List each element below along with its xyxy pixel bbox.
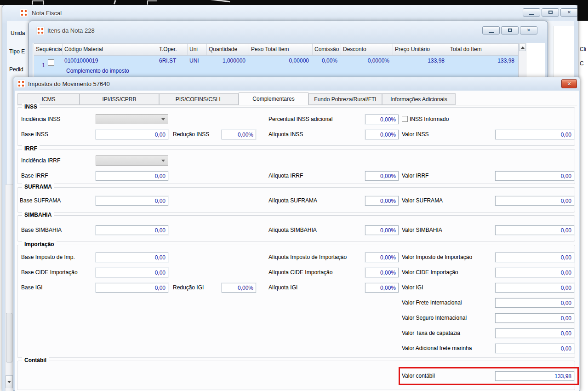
importacao-legend: Importação — [22, 241, 57, 247]
aliquota-suframa-field[interactable]: 0,00% — [365, 196, 399, 206]
column-header[interactable]: Desconto — [341, 44, 393, 55]
descricao-cell: Complemento do imposto — [66, 68, 129, 74]
table-row[interactable]: 1 01001000019 6RI.ST UNI 1,000000 0,0000… — [34, 56, 518, 77]
suframa-legend: SUFRAMA — [22, 184, 54, 190]
valor-simbahia-label: Valor SIMBAHIA — [402, 227, 442, 233]
uni-cell: UNI — [188, 56, 207, 77]
tab-informacoes-adicionais[interactable]: Informações Adicionais — [382, 93, 456, 105]
tab-ipi-iss-cprb[interactable]: IPI/ISS/CPRB — [80, 93, 159, 105]
percentual-inss-field[interactable]: 0,00% — [365, 115, 399, 124]
valor-inss-field[interactable]: 0,00 — [495, 130, 574, 139]
aliquota-inss-label: Alíquota INSS — [268, 131, 303, 138]
scrollbar-thumb[interactable] — [6, 313, 12, 362]
aliquota-ii-field[interactable]: 0,00% — [365, 253, 399, 262]
close-button[interactable]: ✕ — [560, 8, 578, 17]
base-simbahia-label: Base SIMBAHIA — [21, 227, 62, 233]
tab-complementares[interactable]: Complementares — [239, 92, 308, 105]
close-button[interactable]: ✕ — [561, 79, 577, 88]
valor-inss-label: Valor INSS — [402, 131, 428, 138]
comissao-cell: 0,00% — [313, 56, 341, 77]
tab-pis-cofins-csll[interactable]: PIS/COFINS/CSLL — [159, 93, 239, 105]
tab-fundo-pobreza[interactable]: Fundo Pobreza/Rural/FTI — [308, 93, 382, 105]
sequencia-value: 1 — [36, 62, 45, 69]
column-header[interactable]: Comissão — [313, 44, 341, 55]
aliquota-simbahia-field[interactable]: 0,00% — [365, 225, 399, 235]
column-header[interactable]: T.Oper. — [157, 44, 188, 55]
valor-irrf-field[interactable]: 0,00 — [495, 171, 574, 181]
itens-table-header: Sequência Código Material T.Oper. Uni Qu… — [34, 44, 518, 56]
valor-simbahia-field[interactable]: 0,00 — [495, 225, 574, 235]
scroll-up-button[interactable] — [519, 44, 526, 51]
background-toolbar-fragment — [198, 0, 230, 5]
impostos-title: Impostos do Movimento 57640 — [28, 80, 110, 87]
minimize-icon — [529, 14, 534, 15]
vertical-scrollbar[interactable] — [5, 184, 13, 391]
aliquota-cide-field[interactable]: 0,00% — [365, 268, 399, 277]
column-header[interactable]: Uni — [188, 44, 207, 55]
valor-ii-field[interactable]: 0,00 — [495, 253, 574, 262]
background-label-fragment: C — [580, 60, 584, 67]
impostos-titlebar[interactable]: Impostos do Movimento 57640 ✕ — [13, 77, 580, 91]
minimize-button[interactable] — [523, 8, 540, 17]
close-button[interactable]: ✕ — [520, 26, 537, 34]
percentual-inss-label: Percentual INSS adicional — [268, 116, 332, 122]
total-cell: 133,98 — [448, 56, 518, 77]
nota-fiscal-titlebar[interactable]: Nota Fiscal ✕ — [2, 5, 578, 21]
valor-frete-label: Valor Frete Internacional — [402, 299, 462, 306]
valor-cide-field[interactable]: 0,00 — [495, 268, 574, 277]
valor-marinha-field[interactable]: 0,00 — [495, 344, 574, 353]
itens-titlebar[interactable]: Itens da Nota 228 ✕ — [29, 21, 548, 43]
column-header[interactable]: Sequência — [34, 44, 63, 55]
contabil-legend: Contábil — [22, 357, 49, 363]
sequencia-cell: 1 — [34, 56, 63, 77]
base-simbahia-field[interactable]: 0,00 — [96, 225, 168, 235]
valor-marinha-label: Valor Adicional frete marinha — [402, 345, 472, 351]
column-header[interactable]: Peso Total Item — [249, 44, 313, 55]
incidencia-irrf-dropdown[interactable] — [96, 155, 168, 166]
valor-ii-label: Valor Imposto de Importação — [402, 254, 472, 260]
column-header[interactable]: Total do Item — [448, 44, 518, 55]
nota-fiscal-title: Nota Fiscal — [32, 10, 62, 17]
reducao-inss-field[interactable]: 0,00% — [222, 130, 256, 139]
valor-capatazia-label: Valor Taxa de capatazia — [402, 330, 460, 336]
background-toolbar-fragment — [147, 0, 157, 5]
valor-seguro-field[interactable]: 0,00 — [495, 313, 574, 323]
aliquota-inss-field[interactable]: 0,00% — [365, 130, 399, 139]
base-suframa-field[interactable]: 0,00 — [96, 196, 168, 206]
row-checkbox[interactable] — [48, 59, 54, 66]
restore-button[interactable] — [501, 26, 519, 34]
aliquota-igi-label: Alíquota IGI — [268, 284, 297, 291]
valor-seguro-label: Valor Seguro Internacional — [402, 315, 467, 321]
valor-igi-field[interactable]: 0,00 — [495, 283, 574, 293]
quantidade-cell: 1,000000 — [207, 56, 249, 77]
minimize-button[interactable] — [482, 26, 500, 34]
column-header[interactable]: Código Material — [63, 44, 157, 55]
base-inss-field[interactable]: 0,00 — [96, 130, 168, 139]
restore-icon — [548, 11, 553, 14]
grid-scrollbar[interactable] — [519, 43, 526, 77]
base-igi-field[interactable]: 0,00 — [96, 283, 168, 293]
valor-frete-field[interactable]: 0,00 — [495, 298, 574, 308]
aliquota-ii-label: Alíquota Imposto de Importação — [268, 254, 347, 260]
reducao-igi-field[interactable]: 0,00% — [222, 283, 256, 293]
aliquota-irrf-field[interactable]: 0,00% — [365, 171, 399, 181]
column-header[interactable]: Quantidade — [207, 44, 249, 55]
restore-button[interactable] — [542, 8, 559, 17]
column-header[interactable]: Preço Unitário — [393, 44, 448, 55]
scroll-down-button[interactable] — [6, 375, 13, 388]
background-label-fragment: Cli — [580, 46, 586, 52]
incidencia-inss-dropdown[interactable] — [96, 114, 168, 124]
app-icon — [36, 27, 45, 35]
inss-informado-checkbox[interactable] — [402, 116, 408, 122]
base-irrf-field[interactable]: 0,00 — [96, 171, 168, 181]
app-icon — [20, 9, 28, 17]
pedido-label: Pedid — [9, 66, 23, 73]
restore-icon — [508, 29, 512, 32]
base-ii-field[interactable]: 0,00 — [96, 253, 168, 262]
aliquota-igi-field[interactable]: 0,00% — [365, 283, 399, 293]
valor-capatazia-field[interactable]: 0,00 — [495, 328, 574, 338]
base-cide-field[interactable]: 0,00 — [96, 268, 168, 277]
screen: Cli C Nota Fiscal ✕ Unida Tipo E Pedid I… — [0, 0, 588, 391]
preco-cell: 133,98 — [393, 56, 448, 77]
valor-suframa-field[interactable]: 0,00 — [495, 196, 574, 206]
